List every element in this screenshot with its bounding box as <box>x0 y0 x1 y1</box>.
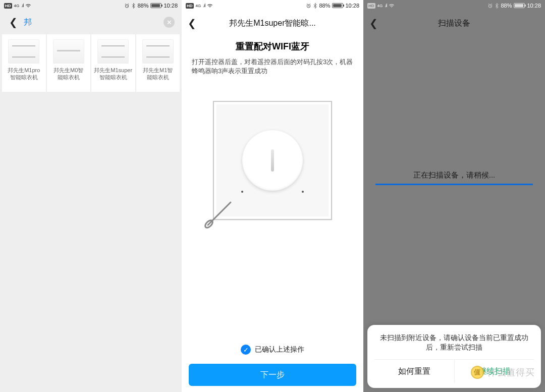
panel-reset-pairing: HD 4G .ıl 88% 10:28 ❮ 邦先生M1super智能晾... 重… <box>182 0 363 392</box>
button-label: 如何重置 <box>398 366 430 377</box>
button-label: 继续扫描 <box>478 366 511 377</box>
hole-dot-icon <box>302 191 304 193</box>
section-heading: 重置配对WIFI蓝牙 <box>192 40 353 52</box>
bluetooth-icon <box>313 3 317 9</box>
status-bar: HD 4G .ıl 88% 10:28 <box>182 0 363 11</box>
network-label: 4G <box>14 4 20 8</box>
signal-icon: .ıl <box>21 3 23 8</box>
signal-icon: .ıl <box>385 3 387 8</box>
battery-pct: 88% <box>501 3 512 9</box>
clear-search-button[interactable]: ✕ <box>164 17 175 28</box>
status-bar: HD 4G .ıl 88% 10:28 <box>0 0 182 11</box>
bluetooth-icon <box>495 3 499 9</box>
progress-bar <box>375 184 533 185</box>
product-thumb-icon <box>53 39 84 64</box>
product-thumb-icon <box>97 39 129 64</box>
battery-pct: 88% <box>319 3 330 9</box>
back-button[interactable]: ❮ <box>188 17 196 29</box>
continue-scan-button[interactable]: 继续扫描 <box>454 360 534 383</box>
clock: 10:28 <box>164 3 178 9</box>
network-label: 4G <box>377 4 383 8</box>
hd-icon: HD <box>186 3 194 9</box>
product-label: 邦先生M1智 能晾衣机 <box>143 67 173 81</box>
instruction-text: 打开遥控器后盖，对着遥控器后面的对码孔按3次，机器蜂鸣器响3声表示重置成功 <box>192 58 353 76</box>
device-illustration <box>213 101 332 220</box>
confirm-checkbox[interactable]: ✓ 已确认上述操作 <box>182 345 363 355</box>
scanning-status: 正在扫描设备，请稍候... <box>363 171 545 180</box>
battery-pct: 88% <box>137 3 148 9</box>
product-label: 邦先生M0智 能晾衣机 <box>53 67 83 81</box>
status-bar: HD 4G .ıl 88% 10:28 <box>363 0 545 11</box>
page-title: 扫描设备 <box>438 18 470 29</box>
back-button[interactable]: ❮ <box>369 17 378 29</box>
battery-icon <box>514 3 525 8</box>
search-input[interactable] <box>24 18 159 27</box>
clock: 10:28 <box>345 3 359 9</box>
battery-icon <box>150 3 161 8</box>
product-card[interactable]: 邦先生M1super 智能晾衣机 <box>91 34 135 92</box>
battery-icon <box>332 3 343 8</box>
product-thumb-icon <box>8 39 39 64</box>
product-card[interactable]: 邦先生M1pro 智能晾衣机 <box>2 34 46 92</box>
next-button[interactable]: 下一步 <box>189 364 356 386</box>
clock: 10:28 <box>527 3 541 9</box>
sheet-message: 未扫描到附近设备，请确认设备当前已重置成功后，重新尝试扫描 <box>374 333 534 359</box>
product-card[interactable]: 邦先生M1智 能晾衣机 <box>136 34 180 92</box>
confirm-label: 已确认上述操作 <box>255 345 304 354</box>
signal-icon: .ıl <box>203 3 205 8</box>
product-label: 邦先生M1super 智能晾衣机 <box>94 67 132 81</box>
network-label: 4G <box>196 4 201 8</box>
how-to-reset-button[interactable]: 如何重置 <box>374 360 454 383</box>
alarm-icon <box>124 3 130 9</box>
sim-pin-icon <box>203 195 238 230</box>
product-card[interactable]: 邦先生M0智 能晾衣机 <box>47 34 91 92</box>
alarm-icon <box>306 3 311 9</box>
wifi-icon <box>389 3 395 8</box>
product-thumb-icon <box>142 39 174 64</box>
alarm-icon <box>487 3 493 9</box>
page-header: ❮ 邦先生M1super智能晾... <box>182 13 363 33</box>
hd-icon: HD <box>4 3 12 9</box>
panel-scanning: HD 4G .ıl 88% 10:28 ❮ 扫描设备 正在扫描设备，请稍候...… <box>363 0 545 392</box>
product-label: 邦先生M1pro 智能晾衣机 <box>8 67 40 81</box>
check-icon: ✓ <box>241 345 251 355</box>
wifi-icon <box>25 3 31 8</box>
search-bar: ❮ ✕ <box>3 13 179 31</box>
product-grid: 邦先生M1pro 智能晾衣机 邦先生M0智 能晾衣机 邦先生M1super 智能… <box>0 34 182 92</box>
hole-dot-icon <box>241 191 243 193</box>
panel-search: HD 4G .ıl 88% 10:28 ❮ ✕ 邦先生M1pro 智能晾衣机 邦… <box>0 0 182 392</box>
next-button-label: 下一步 <box>260 370 285 380</box>
page-title: 邦先生M1super智能晾... <box>229 18 316 29</box>
knob-icon <box>242 130 303 191</box>
hd-icon: HD <box>367 3 375 9</box>
back-button[interactable]: ❮ <box>7 16 20 28</box>
bottom-sheet: 未扫描到附近设备，请确认设备当前已重置成功后，重新尝试扫描 如何重置 继续扫描 <box>367 325 541 388</box>
bluetooth-icon <box>132 3 135 9</box>
page-header: ❮ 扫描设备 <box>363 13 545 33</box>
wifi-icon <box>207 3 213 8</box>
